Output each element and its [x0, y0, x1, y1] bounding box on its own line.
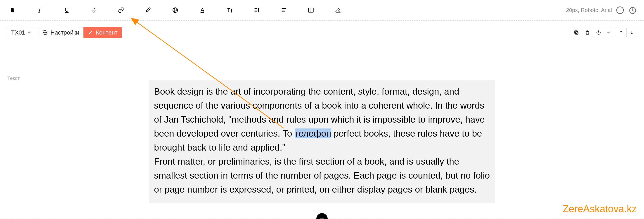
block-id-label: TX01 [11, 29, 25, 36]
add-block-button[interactable] [316, 213, 328, 219]
paragraph-2[interactable]: Front matter, or preliminaries, is the f… [154, 154, 490, 197]
strikethrough-button[interactable] [88, 4, 100, 16]
duplicate-button[interactable] [571, 28, 582, 37]
move-up-button[interactable] [616, 28, 626, 37]
watermark: ZereAskatova.kz [562, 203, 637, 215]
font-info-text: 20px, Roboto, Arial [566, 7, 612, 13]
move-down-button[interactable] [626, 28, 637, 37]
bold-button[interactable] [7, 4, 18, 16]
settings-tab-label: Настройки [50, 29, 79, 36]
svg-rect-24 [576, 32, 578, 34]
block-mode-tabs: Настройки Контент [38, 27, 122, 38]
block-type-label: Текст [7, 75, 20, 81]
formatting-toolbar: 20px, Roboto, Arial i [0, 0, 644, 20]
info-icon[interactable]: i [616, 6, 624, 15]
timer-icon[interactable] [628, 6, 637, 15]
block-settings-bar: TX01 Настройки Контент [0, 21, 644, 40]
delete-button[interactable] [582, 28, 593, 37]
italic-button[interactable] [34, 4, 45, 16]
svg-text:i: i [619, 8, 621, 13]
font-size-button[interactable] [224, 4, 235, 16]
more-dropdown[interactable] [604, 28, 613, 37]
block-actions-group [571, 28, 613, 37]
color-picker-button[interactable] [142, 4, 154, 16]
clear-format-button[interactable] [332, 4, 344, 16]
content-tab-label: Контент [96, 29, 118, 36]
svg-rect-25 [574, 31, 577, 33]
block-id-dropdown[interactable]: TX01 [7, 27, 35, 38]
text-block[interactable]: Book design is the art of incorporating … [149, 80, 495, 203]
content-tab[interactable]: Контент [84, 27, 122, 38]
svg-point-23 [44, 32, 46, 33]
text-color-button[interactable] [197, 4, 208, 16]
line-height-button[interactable] [251, 4, 262, 16]
link-button[interactable] [115, 4, 127, 16]
underline-button[interactable] [61, 4, 72, 16]
paragraph-1[interactable]: Book design is the art of incorporating … [154, 84, 490, 154]
weight-button[interactable] [170, 4, 181, 16]
font-info: 20px, Roboto, Arial i [566, 6, 637, 15]
svg-line-0 [39, 8, 40, 12]
power-button[interactable] [593, 28, 604, 37]
selected-text[interactable]: телефон [295, 128, 331, 138]
move-group [616, 28, 637, 37]
align-button[interactable] [278, 4, 290, 16]
settings-tab[interactable]: Настройки [38, 27, 84, 38]
columns-button[interactable] [305, 4, 316, 16]
